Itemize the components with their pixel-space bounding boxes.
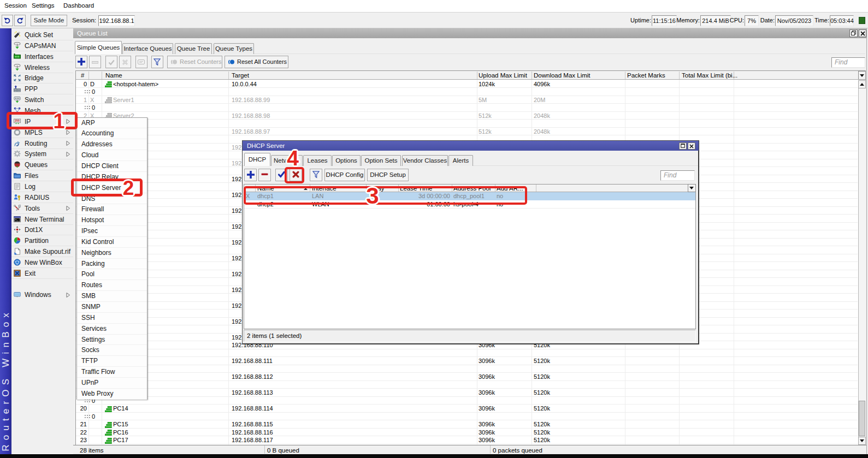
svg-text:>_: >_ — [15, 218, 19, 222]
